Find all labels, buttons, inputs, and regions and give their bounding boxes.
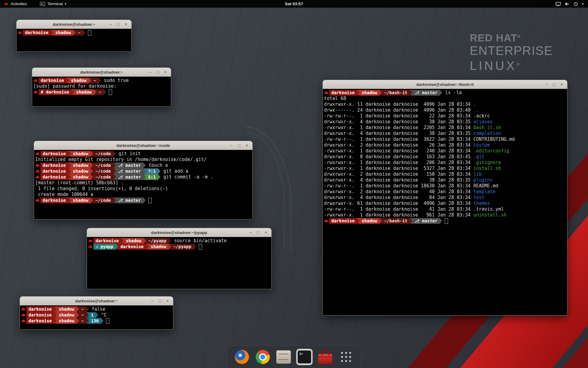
prompt-segment-host: shadow: [53, 30, 74, 36]
terminal-text: .: [473, 102, 476, 107]
terminal-text: template: [473, 189, 496, 195]
terminal-content[interactable]: darknoiseshadow~: [17, 29, 131, 52]
close-button[interactable]: ×: [558, 81, 565, 88]
chrome-launcher[interactable]: [255, 348, 271, 366]
prompt-segment-host: shadow: [57, 306, 77, 312]
terminal-content[interactable]: darknoiseshadow~ falsedarknoiseshadow~1 …: [20, 305, 173, 330]
prompt-segment-path: ~: [96, 89, 104, 95]
terminal-text: Initialized empty Git repository in /hom…: [35, 157, 207, 163]
minimize-button[interactable]: −: [149, 297, 156, 304]
terminal-text: drwxrwxr-x. 61 darknoise darknoise 4096 …: [324, 201, 473, 206]
terminal-content[interactable]: darknoiseshadow~/bash-it⎇ master ls -lat…: [323, 89, 567, 316]
terminal-cursor: [148, 198, 152, 203]
window-titlebar[interactable]: darknoise@shadow:~ − □ ×: [20, 297, 173, 305]
terminal-icon: >_: [40, 2, 45, 6]
terminal-line: -rwxrwxr-x. 1 darknoise darknoise 240 Ja…: [324, 148, 566, 154]
powerline-arrow-icon: [54, 312, 57, 318]
files-launcher[interactable]: [276, 348, 292, 366]
powerline-arrow-icon: [96, 312, 98, 318]
terminal-line: darknoiseshadow~/bash-it⎇ master ls -la: [324, 90, 566, 96]
terminal-content[interactable]: darknoiseshadow~/code git initInitialize…: [34, 150, 252, 220]
terminal-text: touch a: [146, 163, 168, 168]
terminal-content[interactable]: darknoiseshadow~ sudo true[sudo] passwor…: [32, 77, 171, 107]
app-menu-terminal[interactable]: >_ Terminal ▾: [37, 0, 69, 8]
terminal-text: aliases: [473, 119, 493, 125]
window-titlebar[interactable]: darknoise@shadow:~ − □ ×: [32, 68, 171, 77]
redhat-prompt-icon: [35, 151, 40, 157]
terminal-line: [master (root-commit) 50bcb63] .: [35, 180, 251, 186]
terminal-text: uninstall.sh: [473, 212, 507, 218]
close-button[interactable]: ×: [162, 69, 169, 75]
maximize-button[interactable]: □: [154, 69, 161, 75]
show-applications-button[interactable]: [338, 348, 354, 366]
terminal-text: [master (root-commit) 50bcb63] .: [35, 180, 124, 186]
terminal-text: false: [89, 306, 105, 312]
powerline-arrow-icon: [113, 168, 116, 174]
minimize-button[interactable]: −: [543, 81, 550, 88]
terminal-line: darknoiseshadow~ false: [21, 306, 172, 312]
powerline-arrow-icon: [410, 90, 412, 95]
terminal-line: darknoiseshadow~: [18, 30, 130, 36]
terminal-line: drwxrwxr-x. 2 darknoise darknoise 40 Jan…: [324, 189, 566, 195]
terminal-launcher[interactable]: $>: [296, 348, 312, 366]
powerline-arrow-icon: [86, 318, 89, 324]
window-titlebar[interactable]: darknoise@shadow:~/bash-it − □ ×: [323, 80, 567, 89]
file-manager-icon: [276, 350, 291, 364]
powerline-arrow-icon: [169, 238, 171, 243]
prompt-segment-branch: ⎇ master: [116, 174, 143, 180]
window-titlebar[interactable]: darknoise@shadow:~/code − □ ×: [34, 141, 252, 150]
system-status-area[interactable]: ▾: [556, 0, 588, 8]
powerline-arrow-icon: [66, 78, 69, 83]
powerline-arrow-icon: [72, 89, 74, 95]
redhat-prompt-icon: [35, 174, 40, 180]
terminal-text: install.sh: [473, 166, 501, 171]
terminal-line: -rwxrwxr-x. 1 darknoise darknoise 206 Ja…: [324, 160, 566, 166]
minimize-button[interactable]: −: [147, 69, 153, 75]
chrome-icon: [256, 350, 270, 364]
terminal-line: drwxrwxr-x. 4 darknoise darknoise 38 Jan…: [324, 177, 566, 183]
prompt-segment-path: ~/code: [93, 163, 113, 168]
terminal-text: CONTRIBUTING.md: [473, 136, 515, 142]
prompt-segment-host: shadow: [360, 218, 380, 224]
firefox-icon: [235, 350, 249, 364]
close-button[interactable]: ×: [243, 142, 250, 149]
window-titlebar[interactable]: darknoise@shadow:~ − □ ×: [17, 20, 131, 29]
terminal-text: -rwxrwxr-x. 1 darknoise darknoise 961 Ja…: [324, 212, 473, 218]
activities-button[interactable]: Activities: [1, 0, 30, 8]
powerline-arrow-icon: [91, 151, 93, 156]
close-button[interactable]: ×: [164, 297, 171, 304]
clock[interactable]: Sat 03:57: [0, 2, 588, 6]
prompt-segment-path: ~/bash-it: [382, 218, 410, 224]
powerline-arrow-icon: [91, 197, 93, 203]
minimize-button[interactable]: −: [228, 142, 235, 149]
terminal-window-sudo: darknoise@shadow:~ − □ × darknoiseshadow…: [32, 67, 171, 107]
terminal-text: -rwxrwxr-x. 1 darknoise darknoise 206 Ja…: [324, 160, 473, 166]
powerline-arrow-icon: [113, 197, 116, 203]
maximize-button[interactable]: □: [236, 142, 243, 149]
powerline-arrow-icon: [440, 90, 442, 95]
minimize-button[interactable]: −: [247, 229, 254, 236]
powerline-arrow-icon: [54, 306, 57, 312]
powerline-arrow-icon: [83, 30, 85, 35]
terminal-window-home-2: darknoise@shadow:~ − □ × darknoiseshadow…: [20, 296, 173, 330]
maximize-button[interactable]: □: [255, 229, 262, 236]
redhat-prompt-icon: [35, 163, 40, 168]
maximize-button[interactable]: □: [156, 297, 163, 304]
terminal-window-pyapp: darknoise@shadow:~/pyapp − □ × darknoise…: [87, 228, 272, 289]
terminal-text: drwxrwxr-x. 11 darknoise darknoise 4096 …: [324, 102, 473, 107]
window-titlebar[interactable]: darknoise@shadow:~/pyapp − □ ×: [87, 228, 271, 237]
maximize-button[interactable]: □: [551, 81, 557, 88]
firefox-launcher[interactable]: [234, 348, 250, 366]
close-button[interactable]: ×: [262, 229, 269, 236]
terminal-line: -rwxrwxr-x. 1 darknoise darknoise 5327 J…: [324, 166, 566, 171]
prompt-segment-path: ~/code: [93, 197, 113, 203]
toolbox-launcher[interactable]: [317, 348, 333, 366]
display-icon: [556, 2, 561, 6]
maximize-button[interactable]: □: [115, 21, 122, 28]
redhat-prompt-icon: [88, 244, 93, 250]
terminal-content[interactable]: darknoiseshadow~/pyapp source bin/activa…: [87, 237, 271, 289]
powerline-arrow-icon: [86, 306, 89, 312]
prompt-segment-path: ~/bash-it: [382, 90, 410, 96]
close-button[interactable]: ×: [123, 21, 129, 28]
minimize-button[interactable]: −: [107, 21, 114, 28]
